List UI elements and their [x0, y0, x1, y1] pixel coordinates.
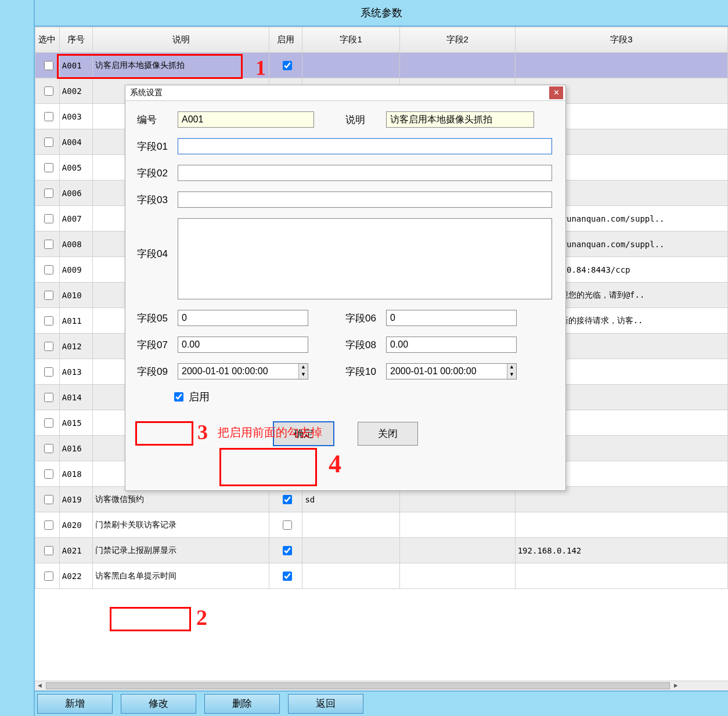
dialog-title: 系统设置: [130, 88, 163, 97]
row-select-checkbox[interactable]: [44, 342, 53, 351]
cell-id: A020: [59, 512, 93, 538]
cell-id: A011: [59, 308, 93, 334]
cell-id: A006: [59, 180, 93, 206]
horizontal-scrollbar[interactable]: ◄ ►: [35, 681, 728, 690]
id-input[interactable]: [178, 111, 314, 128]
cell-id: A014: [59, 385, 93, 410]
cell-id: A007: [59, 206, 93, 232]
field01-input[interactable]: [178, 138, 552, 154]
cell-desc: 访客启用本地摄像头抓拍: [93, 53, 269, 78]
label-f02: 字段02: [137, 167, 178, 180]
edit-button[interactable]: 修改: [121, 694, 196, 714]
row-select-checkbox[interactable]: [44, 61, 53, 70]
row-select-checkbox[interactable]: [44, 393, 53, 402]
footer-toolbar: 新增 修改 删除 返回: [35, 690, 728, 716]
cell-desc: 门禁记录上报副屏显示: [93, 538, 269, 563]
row-select-checkbox[interactable]: [44, 495, 53, 504]
ok-button[interactable]: 确定: [273, 421, 334, 446]
col-desc[interactable]: 说明: [93, 27, 269, 53]
row-select-checkbox[interactable]: [44, 214, 53, 223]
label-f06: 字段06: [345, 312, 386, 325]
label-f05: 字段05: [137, 312, 178, 325]
col-f3[interactable]: 字段3: [515, 27, 727, 53]
label-f09: 字段09: [137, 365, 178, 378]
cell-f3: 192.168.0.142: [515, 538, 727, 563]
row-select-checkbox[interactable]: [44, 138, 53, 147]
label-desc: 说明: [345, 113, 386, 126]
cell-id: A009: [59, 257, 93, 283]
annotation-rect-2: [110, 607, 191, 631]
close-button[interactable]: 关闭: [358, 422, 418, 446]
row-select-checkbox[interactable]: [44, 163, 53, 172]
col-enable[interactable]: 启用: [269, 27, 302, 53]
row-select-checkbox[interactable]: [44, 316, 53, 326]
label-f10: 字段10: [345, 365, 386, 378]
row-select-checkbox[interactable]: [44, 572, 53, 581]
spinner-icon[interactable]: ▲▼: [298, 364, 308, 379]
row-enable-checkbox[interactable]: [283, 572, 292, 581]
dialog-title-bar[interactable]: 系统设置 ✕: [125, 85, 565, 101]
row-select-checkbox[interactable]: [44, 367, 53, 377]
close-icon[interactable]: ✕: [549, 86, 563, 99]
label-f08: 字段08: [345, 338, 386, 352]
col-select[interactable]: 选中: [35, 27, 60, 53]
label-f04: 字段04: [137, 247, 178, 261]
delete-button[interactable]: 删除: [204, 694, 280, 714]
table-row[interactable]: A020门禁刷卡关联访客记录: [35, 512, 728, 538]
add-button[interactable]: 新增: [37, 694, 113, 714]
table-row[interactable]: A001访客启用本地摄像头抓拍: [35, 53, 728, 78]
col-id[interactable]: 序号: [59, 27, 93, 53]
row-enable-checkbox[interactable]: [283, 520, 292, 530]
table-row[interactable]: A021门禁记录上报副屏显示192.168.0.142: [35, 538, 728, 563]
row-select-checkbox[interactable]: [44, 418, 53, 428]
cell-id: A022: [59, 563, 93, 589]
cell-id: A002: [59, 78, 93, 104]
row-select-checkbox[interactable]: [44, 291, 53, 300]
row-select-checkbox[interactable]: [44, 444, 53, 453]
cell-f1: [302, 563, 399, 589]
row-enable-checkbox[interactable]: [283, 61, 292, 70]
row-select-checkbox[interactable]: [44, 112, 53, 121]
row-enable-checkbox[interactable]: [283, 495, 292, 504]
row-select-checkbox[interactable]: [44, 86, 53, 96]
table-row[interactable]: A022访客黑白名单提示时间: [35, 563, 728, 589]
cell-id: A015: [59, 410, 93, 436]
field10-datetime[interactable]: [386, 363, 517, 379]
cell-desc: 访客黑白名单提示时间: [93, 563, 269, 589]
back-button[interactable]: 返回: [288, 694, 363, 714]
spinner-icon[interactable]: ▲▼: [507, 364, 516, 379]
label-f03: 字段03: [137, 193, 178, 207]
cell-id: A008: [59, 232, 93, 257]
col-f1[interactable]: 字段1: [302, 27, 399, 53]
cell-id: A005: [59, 155, 93, 180]
cell-id: A003: [59, 104, 93, 129]
cell-id: A001: [59, 53, 93, 78]
field02-input[interactable]: [178, 165, 552, 181]
label-enable: 启用: [189, 390, 210, 404]
row-select-checkbox[interactable]: [44, 240, 53, 249]
cell-f1: [302, 53, 399, 78]
row-select-checkbox[interactable]: [44, 520, 53, 530]
row-select-checkbox[interactable]: [44, 546, 53, 555]
cell-id: A016: [59, 436, 93, 461]
field09-datetime[interactable]: [178, 363, 308, 379]
enable-checkbox[interactable]: [174, 392, 183, 402]
left-sidebar-stub: [0, 0, 35, 716]
row-select-checkbox[interactable]: [44, 265, 53, 274]
field05-input[interactable]: [178, 310, 308, 326]
field04-textarea[interactable]: [178, 218, 552, 299]
cell-desc: 门禁刷卡关联访客记录: [93, 512, 269, 538]
cell-f3: [515, 53, 727, 78]
system-settings-dialog: 系统设置 ✕ 编号 说明 字段01 字段02: [125, 85, 566, 491]
field08-input[interactable]: [386, 337, 517, 353]
col-f2[interactable]: 字段2: [399, 27, 515, 53]
desc-input[interactable]: [386, 111, 534, 128]
cell-f2: [399, 53, 515, 78]
cell-f1: [302, 538, 399, 563]
row-select-checkbox[interactable]: [44, 469, 53, 479]
row-enable-checkbox[interactable]: [283, 546, 292, 555]
field07-input[interactable]: [178, 337, 308, 353]
row-select-checkbox[interactable]: [44, 189, 53, 198]
field03-input[interactable]: [178, 191, 552, 208]
field06-input[interactable]: [386, 310, 517, 326]
